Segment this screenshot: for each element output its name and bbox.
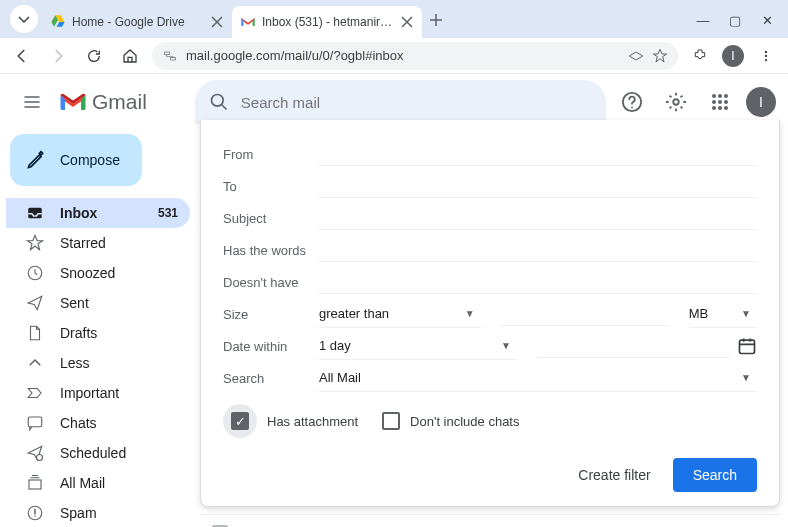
sidebar-item-less[interactable]: Less <box>6 348 190 378</box>
searchin-select[interactable]: All Mail▼ <box>319 364 757 392</box>
sidebar-item-snoozed[interactable]: Snoozed <box>6 258 190 288</box>
eye-icon[interactable] <box>628 48 644 64</box>
haswords-label: Has the words <box>223 243 319 258</box>
home-button[interactable] <box>116 42 144 70</box>
checkbox-icon: ✓ <box>231 412 249 430</box>
sidebar-item-allmail[interactable]: All Mail <box>6 468 190 498</box>
back-button[interactable] <box>8 42 36 70</box>
calendar-icon[interactable] <box>737 336 757 356</box>
inbox-count: 531 <box>158 206 178 220</box>
checkbox-icon <box>382 412 400 430</box>
stack-icon <box>26 474 44 492</box>
size-label: Size <box>223 307 319 322</box>
svg-rect-1 <box>171 57 176 60</box>
sidebar-item-scheduled[interactable]: Scheduled <box>6 438 190 468</box>
sidebar-item-chats[interactable]: Chats <box>6 408 190 438</box>
browser-menu-button[interactable] <box>752 42 780 70</box>
svg-point-2 <box>765 50 767 52</box>
svg-point-20 <box>37 455 43 461</box>
exclude-chats-checkbox[interactable]: Don't include chats <box>382 412 519 430</box>
size-value-input[interactable] <box>501 302 669 326</box>
sidebar-item-drafts[interactable]: Drafts <box>6 318 190 348</box>
url-text: mail.google.com/mail/u/0/?ogbl#inbox <box>186 48 620 63</box>
chevron-up-icon <box>26 354 44 372</box>
sidebar-item-important[interactable]: Important <box>6 378 190 408</box>
file-icon <box>26 324 44 342</box>
svg-rect-23 <box>740 340 755 353</box>
search-bar[interactable] <box>195 80 606 124</box>
sidebar-item-starred[interactable]: Starred <box>6 228 190 258</box>
from-label: From <box>223 147 319 162</box>
window-close[interactable]: ✕ <box>760 13 774 28</box>
nothave-label: Doesn't have <box>223 275 319 290</box>
site-info-icon[interactable] <box>162 48 178 64</box>
main-menu-button[interactable] <box>12 82 52 122</box>
svg-rect-21 <box>29 480 41 489</box>
extensions-button[interactable] <box>686 42 714 70</box>
profile-avatar[interactable]: I <box>722 45 744 67</box>
bookmark-star-icon[interactable] <box>652 48 668 64</box>
search-input[interactable] <box>241 94 592 111</box>
from-input[interactable] <box>319 142 757 166</box>
haswords-input[interactable] <box>319 238 757 262</box>
svg-point-13 <box>724 100 728 104</box>
browser-tab[interactable]: Inbox (531) - hetmanirina@gm… <box>232 6 422 38</box>
support-button[interactable] <box>614 84 650 120</box>
star-icon <box>26 234 44 252</box>
chevron-down-icon: ▼ <box>465 308 475 319</box>
chevron-down-icon: ▼ <box>501 340 511 351</box>
date-range-select[interactable]: 1 day▼ <box>319 332 517 360</box>
address-bar[interactable]: mail.google.com/mail/u/0/?ogbl#inbox <box>152 42 678 70</box>
create-filter-button[interactable]: Create filter <box>572 459 656 491</box>
svg-point-11 <box>712 100 716 104</box>
to-input[interactable] <box>319 174 757 198</box>
account-avatar[interactable]: I <box>746 87 776 117</box>
svg-point-8 <box>712 94 716 98</box>
chevron-down-icon: ▼ <box>741 308 751 319</box>
svg-rect-19 <box>28 417 42 427</box>
svg-point-10 <box>724 94 728 98</box>
gmail-logo[interactable]: Gmail <box>60 90 147 114</box>
window-minimize[interactable]: — <box>696 13 710 28</box>
brand-label: Gmail <box>92 90 147 114</box>
new-tab-button[interactable] <box>422 6 450 34</box>
close-icon[interactable] <box>400 15 414 29</box>
sidebar-item-sent[interactable]: Sent <box>6 288 190 318</box>
tab-title: Inbox (531) - hetmanirina@gm… <box>262 15 394 29</box>
mail-row[interactable]: ☆ Bitdefender Reminder! Start the school… <box>200 514 780 527</box>
browser-tab[interactable]: Home - Google Drive <box>42 6 232 38</box>
date-input[interactable] <box>537 334 729 358</box>
important-icon <box>26 384 44 402</box>
pencil-icon <box>26 150 46 170</box>
tab-title: Home - Google Drive <box>72 15 204 29</box>
svg-point-9 <box>718 94 722 98</box>
svg-point-4 <box>765 58 767 60</box>
compose-label: Compose <box>60 152 120 168</box>
reload-button[interactable] <box>80 42 108 70</box>
forward-button[interactable] <box>44 42 72 70</box>
tab-list-button[interactable] <box>10 5 38 33</box>
search-icon <box>209 92 229 112</box>
size-op-select[interactable]: greater than▼ <box>319 300 481 328</box>
close-icon[interactable] <box>210 15 224 29</box>
clock-icon <box>26 264 44 282</box>
subject-label: Subject <box>223 211 319 226</box>
subject-input[interactable] <box>319 206 757 230</box>
send-icon <box>26 294 44 312</box>
size-unit-select[interactable]: MB▼ <box>689 300 757 328</box>
inbox-icon <box>26 204 44 222</box>
sidebar-item-inbox[interactable]: Inbox 531 <box>6 198 190 228</box>
apps-button[interactable] <box>702 84 738 120</box>
compose-button[interactable]: Compose <box>10 134 142 186</box>
nothave-input[interactable] <box>319 270 757 294</box>
search-filter-panel: From To Subject Has the words Doesn't ha… <box>200 120 780 507</box>
datewithin-label: Date within <box>223 339 319 354</box>
window-maximize[interactable]: ▢ <box>728 13 742 28</box>
sidebar-item-label: Inbox <box>60 205 97 221</box>
search-button[interactable]: Search <box>673 458 757 492</box>
sidebar-item-spam[interactable]: Spam <box>6 498 190 527</box>
gmail-icon <box>240 14 256 30</box>
settings-button[interactable] <box>658 84 694 120</box>
has-attachment-checkbox[interactable]: ✓ Has attachment <box>223 404 358 438</box>
svg-point-14 <box>712 106 716 110</box>
